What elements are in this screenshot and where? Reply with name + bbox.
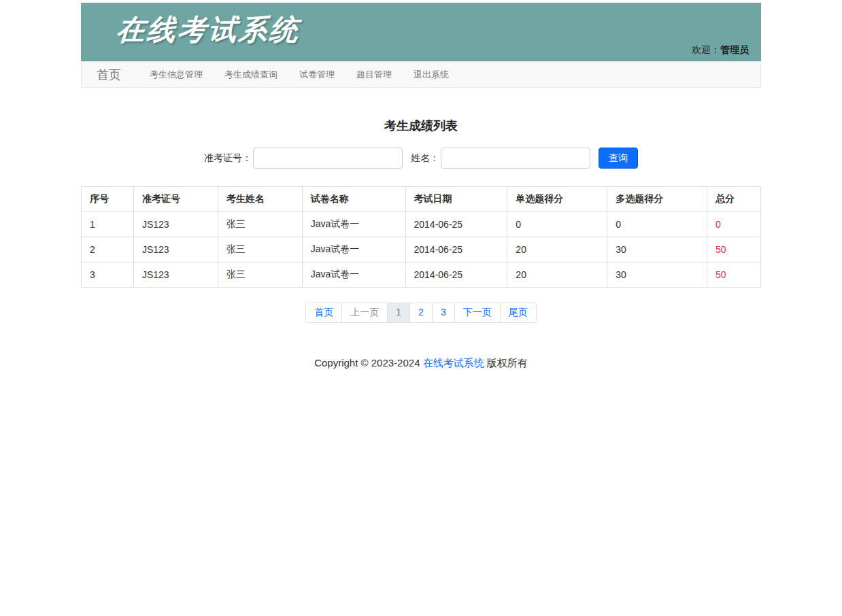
- cell-multi-score: 0: [607, 212, 707, 237]
- cell-paper: Java试卷一: [302, 262, 405, 288]
- pagination: 首页 上一页 1 2 3 下一页 尾页: [81, 303, 761, 323]
- exam-no-input[interactable]: [253, 148, 403, 169]
- pagination-page-2[interactable]: 2: [409, 303, 433, 323]
- cell-single-score: 20: [507, 262, 607, 288]
- page-container: 在线考试系统 欢迎：管理员 首页 考生信息管理 考生成绩查询 试卷管理 题目管理…: [81, 3, 761, 616]
- cell-paper: Java试卷一: [302, 237, 405, 262]
- table-row: 1 JS123 张三 Java试卷一 2014-06-25 0 0 0: [82, 212, 761, 237]
- cell-paper: Java试卷一: [302, 212, 405, 237]
- col-header-total: 总分: [707, 187, 761, 212]
- cell-exam-no: JS123: [133, 237, 218, 262]
- copyright-suffix: 版权所有: [484, 357, 528, 369]
- page-title: 考生成绩列表: [81, 118, 761, 134]
- pagination-next[interactable]: 下一页: [454, 303, 501, 323]
- cell-index: 1: [82, 212, 134, 237]
- welcome-username: 管理员: [720, 44, 749, 55]
- pagination-prev: 上一页: [341, 303, 388, 323]
- nav-item-paper-manage[interactable]: 试卷管理: [299, 69, 335, 81]
- col-header-paper: 试卷名称: [302, 187, 405, 212]
- col-header-name: 考生姓名: [218, 187, 302, 212]
- copyright-prefix: Copyright © 2023-2024: [314, 357, 423, 369]
- search-button[interactable]: 查询: [599, 148, 638, 169]
- cell-single-score: 20: [507, 237, 607, 262]
- welcome-message: 欢迎：管理员: [692, 44, 749, 56]
- welcome-prefix: 欢迎：: [692, 44, 720, 55]
- name-input[interactable]: [441, 148, 590, 169]
- cell-name: 张三: [218, 212, 302, 237]
- cell-total-score: 50: [707, 262, 761, 288]
- footer: Copyright © 2023-2024 在线考试系统 版权所有: [81, 357, 761, 616]
- search-bar: 准考证号： 姓名： 查询: [81, 148, 761, 169]
- cell-total-score: 0: [707, 212, 761, 237]
- cell-index: 3: [82, 262, 134, 288]
- pagination-page-1[interactable]: 1: [387, 303, 410, 323]
- nav-item-score-query[interactable]: 考生成绩查询: [224, 69, 277, 81]
- nav-item-question-manage[interactable]: 题目管理: [356, 69, 392, 81]
- name-label: 姓名：: [411, 152, 439, 165]
- col-header-date: 考试日期: [405, 187, 507, 212]
- pagination-page-3[interactable]: 3: [432, 303, 455, 323]
- col-header-multi-score: 多选题得分: [607, 187, 707, 212]
- nav-item-student-info[interactable]: 考生信息管理: [150, 69, 203, 81]
- footer-site-link[interactable]: 在线考试系统: [423, 357, 484, 369]
- pagination-first[interactable]: 首页: [305, 303, 342, 323]
- cell-name: 张三: [218, 262, 302, 288]
- col-header-exam-no: 准考证号: [133, 187, 218, 212]
- pagination-last[interactable]: 尾页: [500, 303, 537, 323]
- cell-multi-score: 30: [607, 262, 707, 288]
- cell-total-score: 50: [707, 237, 761, 262]
- table-header-row: 序号 准考证号 考生姓名 试卷名称 考试日期 单选题得分 多选题得分 总分: [82, 187, 761, 212]
- main-navbar: 首页 考生信息管理 考生成绩查询 试卷管理 题目管理 退出系统: [81, 61, 761, 88]
- cell-index: 2: [82, 237, 134, 262]
- cell-single-score: 0: [507, 212, 607, 237]
- cell-exam-no: JS123: [133, 212, 218, 237]
- cell-multi-score: 30: [607, 237, 707, 262]
- table-row: 3 JS123 张三 Java试卷一 2014-06-25 20 30 50: [82, 262, 761, 288]
- table-row: 2 JS123 张三 Java试卷一 2014-06-25 20 30 50: [82, 237, 761, 262]
- col-header-single-score: 单选题得分: [507, 187, 607, 212]
- nav-item-logout[interactable]: 退出系统: [414, 69, 449, 81]
- score-table: 序号 准考证号 考生姓名 试卷名称 考试日期 单选题得分 多选题得分 总分 1 …: [81, 186, 761, 288]
- exam-no-label: 准考证号：: [204, 152, 252, 165]
- site-logo: 在线考试系统: [115, 11, 301, 49]
- site-header: 在线考试系统 欢迎：管理员: [81, 3, 761, 61]
- cell-date: 2014-06-25: [405, 237, 507, 262]
- nav-item-home[interactable]: 首页: [97, 67, 121, 83]
- cell-name: 张三: [218, 237, 302, 262]
- cell-exam-no: JS123: [133, 262, 218, 288]
- cell-date: 2014-06-25: [405, 212, 507, 237]
- cell-date: 2014-06-25: [405, 262, 507, 288]
- col-header-index: 序号: [82, 187, 134, 212]
